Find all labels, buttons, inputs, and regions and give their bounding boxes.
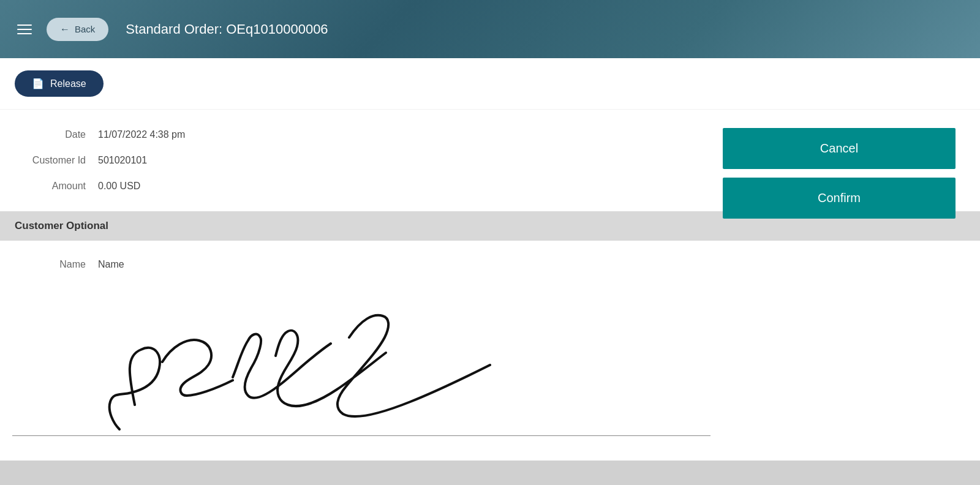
- app-header: ← Back Standard Order: OEq1010000006: [0, 0, 980, 58]
- action-buttons: Cancel Confirm: [723, 128, 956, 219]
- amount-value: 0.00 USD: [98, 181, 140, 192]
- date-value: 11/07/2022 4:38 pm: [98, 129, 185, 140]
- customer-id-label: Customer Id: [0, 155, 98, 166]
- name-row: Name Name: [0, 253, 980, 276]
- signature-area[interactable]: [6, 282, 980, 436]
- amount-label: Amount: [0, 181, 98, 192]
- release-button[interactable]: 📄 Release: [15, 70, 104, 97]
- customer-id-value: 501020101: [98, 155, 147, 166]
- footer: [0, 461, 980, 485]
- signature-svg: [6, 282, 710, 435]
- signature-line: [12, 435, 710, 436]
- page-title: Standard Order: OEq1010000006: [126, 21, 328, 37]
- confirm-button[interactable]: Confirm: [723, 178, 956, 219]
- name-label: Name: [0, 259, 98, 270]
- toolbar: 📄 Release: [0, 58, 980, 110]
- date-label: Date: [0, 129, 98, 140]
- release-doc-icon: 📄: [32, 78, 44, 89]
- main-content: 📄 Release Date 11/07/2022 4:38 pm Custom…: [0, 58, 980, 461]
- name-value: Name: [98, 259, 124, 270]
- customer-section: Name Name: [0, 241, 980, 448]
- back-button-label: Back: [75, 24, 95, 34]
- release-button-label: Release: [50, 78, 86, 89]
- hamburger-menu-icon[interactable]: [15, 22, 34, 37]
- back-button[interactable]: ← Back: [47, 18, 108, 41]
- cancel-button[interactable]: Cancel: [723, 128, 956, 169]
- content-wrapper: Date 11/07/2022 4:38 pm Customer Id 5010…: [0, 110, 980, 448]
- back-arrow-icon: ←: [60, 24, 70, 35]
